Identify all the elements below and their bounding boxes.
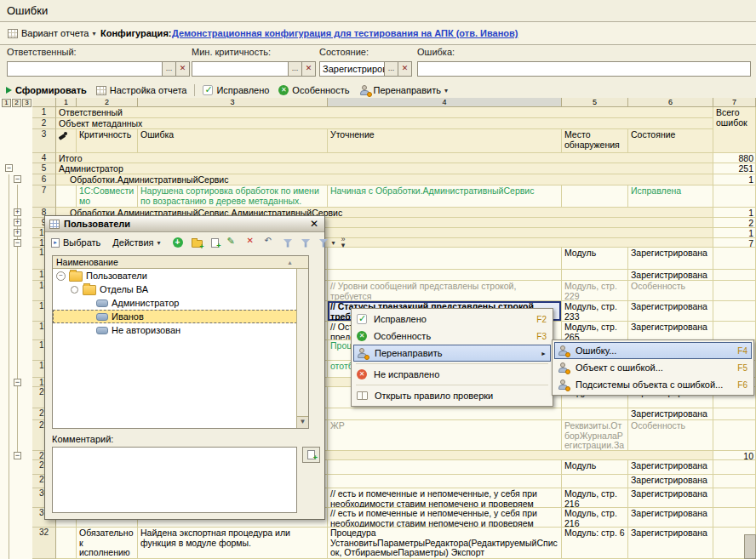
expand-toggle-icon[interactable]: + — [14, 229, 21, 237]
choose-button[interactable]: ... — [288, 62, 301, 76]
grid-cell[interactable] — [56, 129, 77, 153]
expand-toggle-icon[interactable]: − — [14, 175, 21, 183]
filter-input[interactable]: ...✕ — [192, 61, 316, 77]
history-button[interactable] — [263, 237, 277, 248]
edit-button[interactable] — [226, 237, 239, 248]
grid-cell[interactable]: 251 — [713, 163, 756, 174]
grid-cell[interactable] — [562, 270, 628, 281]
filter-menu-button[interactable]: ▾ — [318, 237, 337, 248]
grid-cell[interactable] — [713, 460, 756, 475]
select-button[interactable]: Выбрать — [49, 237, 102, 248]
grid-cell[interactable] — [328, 248, 562, 270]
filter-button[interactable] — [300, 237, 312, 248]
add-comment-button[interactable] — [302, 447, 320, 463]
grid-cell[interactable]: Особенность — [628, 281, 713, 301]
expand-toggle-icon[interactable]: − — [14, 239, 21, 247]
grid-cell[interactable]: Модуль, стр. 229 — [562, 281, 628, 301]
grid-cell[interactable]: 1С:Совместимо — [77, 185, 138, 208]
row-number-cell[interactable]: 3 — [32, 129, 56, 153]
user-tree-item[interactable]: Не авторизован — [53, 323, 297, 337]
filter-settings-button[interactable] — [282, 237, 295, 248]
row-number-cell[interactable]: 32 — [32, 528, 56, 559]
users-list-header[interactable]: Наименование ▲ — [53, 256, 308, 269]
close-icon[interactable]: ✕ — [308, 219, 320, 229]
grid-cell[interactable]: 1 — [713, 208, 756, 218]
grid-cell[interactable]: Нарушена сортировка обработок по имени п… — [138, 185, 328, 208]
grid-cell[interactable] — [713, 475, 756, 488]
filter-input[interactable]: ...✕ — [7, 61, 190, 77]
expand-icon[interactable]: − — [56, 271, 66, 281]
row-number-header[interactable] — [32, 98, 56, 107]
report-settings-button[interactable]: Настройка отчета — [94, 84, 189, 96]
grid-cell[interactable]: Модуль, стр. 265 — [562, 322, 628, 340]
grid-cell[interactable]: Модуль — [562, 460, 628, 475]
user-tree-item[interactable]: Администратор — [53, 296, 297, 310]
context-menu-item[interactable]: Открыть правило проверки — [353, 387, 551, 404]
grid-cell[interactable]: Администратор — [56, 163, 713, 174]
filter-input[interactable]: Зарегистрирована...✕ — [319, 61, 412, 77]
grid-cell[interactable] — [56, 528, 77, 559]
grid-cell[interactable] — [713, 185, 756, 208]
grid-cell[interactable]: // есть и помеченные и непомеченные, у с… — [328, 488, 562, 508]
grid-cell[interactable]: ЖР — [328, 420, 562, 451]
row-number-cell[interactable]: 6 — [32, 174, 56, 185]
expand-toggle-icon[interactable]: + — [14, 219, 21, 226]
context-menu-item[interactable]: ИсправленоF2 — [353, 311, 551, 328]
grid-cell[interactable]: Место обнаружения — [562, 129, 628, 153]
row-number-cell[interactable]: 4 — [32, 153, 56, 163]
grid-cell[interactable]: Зарегистрирована — [628, 301, 713, 322]
column-number-header[interactable]: 4 — [328, 98, 562, 107]
redirect-button[interactable]: Перенаправить ▾ — [358, 84, 450, 97]
grid-cell[interactable]: Модуль: стр. 6 — [562, 528, 628, 559]
users-list-scrollbar[interactable]: ▼ — [296, 269, 308, 428]
grid-cell[interactable] — [713, 408, 756, 420]
grid-cell[interactable]: Ответственный — [56, 107, 713, 118]
grid-cell[interactable] — [713, 281, 756, 301]
grid-cell[interactable] — [713, 301, 756, 322]
grid-cell[interactable]: Реквизиты.ОтборЖурналаРегистрации.Заголо… — [562, 420, 628, 451]
submenu-item[interactable]: Объект с ошибкой...F5 — [554, 359, 752, 376]
grid-cell[interactable] — [713, 270, 756, 281]
clear-icon[interactable]: ✕ — [175, 62, 189, 76]
feature-button[interactable]: Особенность — [277, 84, 351, 96]
grid-cell[interactable] — [562, 185, 628, 208]
actions-button[interactable]: Действия ▾ — [111, 237, 162, 248]
grid-cell[interactable] — [713, 322, 756, 340]
grid-cell[interactable]: Зарегистрирована — [628, 488, 713, 508]
grid-cell[interactable]: Зарегистрирована — [628, 475, 713, 488]
grid-cell[interactable] — [562, 408, 628, 420]
row-number-cell[interactable]: 5 — [32, 163, 56, 174]
grid-cell[interactable]: 7 — [713, 238, 756, 248]
grid-cell[interactable] — [713, 420, 756, 451]
user-tree-item[interactable]: −Пользователи — [53, 269, 297, 282]
generate-button[interactable]: Сформировать — [4, 84, 89, 96]
choose-button[interactable]: ... — [162, 62, 175, 76]
grid-cell[interactable]: Модуль, стр. 233 — [562, 301, 628, 322]
column-number-header[interactable]: 1 — [56, 98, 77, 107]
grid-cell[interactable]: Обработки.АдминистративныйСервис — [56, 174, 713, 185]
row-number-cell[interactable]: 2 — [32, 118, 56, 129]
grid-cell[interactable]: Объект метаданных — [56, 118, 713, 129]
grid-cell[interactable]: Зарегистрирована — [628, 460, 713, 475]
grid-cell[interactable]: Состояние — [628, 129, 713, 153]
copy-button[interactable] — [209, 237, 220, 248]
grid-cell[interactable]: Найдена экспортная процедура или функция… — [138, 528, 328, 559]
context-menu-item[interactable]: Не исправлено — [353, 366, 551, 383]
grid-cell[interactable]: // есть и помеченные и непомеченные, у с… — [328, 508, 562, 528]
grid-cell[interactable]: Ошибка — [138, 129, 328, 153]
expand-icon[interactable] — [70, 286, 79, 294]
grid-cell[interactable]: 880 — [713, 153, 756, 163]
grid-cell[interactable]: Исправлена — [628, 185, 713, 208]
grid-cell[interactable]: 1 — [713, 228, 756, 238]
toolbar-overflow-button[interactable]: » ▾ — [341, 237, 346, 248]
row-number-cell[interactable]: 7 — [32, 185, 56, 208]
grid-cell[interactable]: Итого — [56, 153, 713, 163]
grid-cell[interactable] — [562, 475, 628, 488]
group-level-button[interactable]: 3 — [22, 99, 32, 107]
grid-cell[interactable]: Зарегистрирована — [628, 270, 713, 281]
grid-cell[interactable]: Критичность — [77, 129, 138, 153]
node-circle-icon[interactable] — [71, 286, 78, 294]
column-number-header[interactable]: 5 — [562, 98, 628, 107]
clear-icon[interactable]: ✕ — [398, 62, 411, 76]
grid-cell[interactable] — [328, 408, 562, 420]
